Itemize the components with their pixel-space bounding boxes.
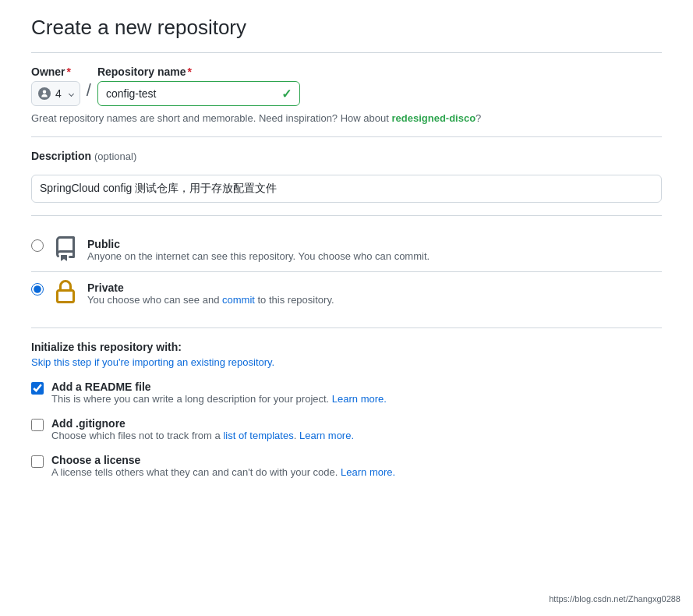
repo-name-label: Repository name* bbox=[97, 65, 300, 78]
title-divider bbox=[31, 52, 662, 53]
lock-icon bbox=[53, 280, 78, 305]
readme-label: Add a README file bbox=[51, 381, 387, 393]
owner-select[interactable]: 4 bbox=[31, 81, 80, 106]
visibility-private-option: Private You choose who can see and commi… bbox=[31, 271, 662, 315]
chevron-down-icon bbox=[69, 90, 74, 96]
license-label: Choose a license bbox=[51, 454, 395, 466]
readme-learn-more-link[interactable]: Learn more. bbox=[332, 393, 387, 405]
gitignore-templates-link[interactable]: list of templates bbox=[223, 430, 293, 441]
owner-field-group: Owner* 4 bbox=[31, 65, 80, 106]
skip-text: Skip this step if you're importing an ex… bbox=[31, 356, 662, 368]
license-info: Choose a license A license tells others … bbox=[51, 454, 395, 478]
repo-name-input[interactable] bbox=[106, 87, 277, 100]
visibility-section: Public Anyone on the internet can see th… bbox=[31, 228, 662, 315]
gitignore-description: Choose which files not to track from a l… bbox=[51, 430, 354, 441]
section-divider-3 bbox=[31, 327, 662, 328]
skip-link[interactable]: Skip this step if you're importing an ex… bbox=[31, 356, 274, 368]
description-label: Description(optional) bbox=[31, 150, 136, 162]
license-checkbox[interactable] bbox=[31, 455, 44, 468]
license-learn-more-link[interactable]: Learn more. bbox=[341, 466, 395, 478]
initialize-section: Initialize this repository with: Skip th… bbox=[31, 341, 662, 478]
license-description: A license tells others what they can and… bbox=[51, 466, 395, 478]
public-radio[interactable] bbox=[31, 239, 44, 252]
repo-name-input-wrap: ✓ bbox=[97, 81, 300, 106]
owner-repo-row: Owner* 4 / Repository name* ✓ bbox=[31, 65, 662, 106]
public-visibility-info: Public Anyone on the internet can see th… bbox=[87, 238, 430, 262]
description-section: Description(optional) bbox=[31, 150, 662, 203]
readme-description: This is where you can write a long descr… bbox=[51, 393, 387, 405]
section-divider-1 bbox=[31, 136, 662, 137]
initialize-title: Initialize this repository with: bbox=[31, 341, 662, 353]
private-label: Private bbox=[87, 281, 334, 294]
gitignore-learn-more-link[interactable]: Learn more. bbox=[299, 430, 354, 441]
owner-name: 4 bbox=[55, 87, 62, 100]
gitignore-label: Add .gitignore bbox=[51, 417, 354, 430]
owner-avatar bbox=[38, 87, 51, 100]
separator: / bbox=[87, 78, 91, 106]
suggestion-link[interactable]: redesigned-disco bbox=[391, 112, 476, 124]
book-icon bbox=[53, 236, 78, 261]
public-label: Public bbox=[87, 238, 430, 250]
check-icon: ✓ bbox=[281, 87, 292, 101]
section-divider-2 bbox=[31, 215, 662, 216]
page-title: Create a new repository bbox=[31, 16, 662, 40]
visibility-public-option: Public Anyone on the internet can see th… bbox=[31, 228, 662, 271]
gitignore-checkbox[interactable] bbox=[31, 419, 44, 431]
readme-info: Add a README file This is where you can … bbox=[51, 381, 387, 405]
gitignore-option: Add .gitignore Choose which files not to… bbox=[31, 417, 662, 441]
suggestion-text: Great repository names are short and mem… bbox=[31, 112, 662, 124]
private-description: You choose who can see and commit to thi… bbox=[87, 294, 334, 306]
repo-name-field-group: Repository name* ✓ bbox=[97, 65, 300, 106]
owner-label: Owner* bbox=[31, 65, 80, 78]
owner-required: * bbox=[67, 65, 71, 78]
public-description: Anyone on the internet can see this repo… bbox=[87, 250, 430, 262]
private-radio[interactable] bbox=[31, 283, 44, 296]
repo-name-required: * bbox=[188, 65, 192, 78]
private-visibility-info: Private You choose who can see and commi… bbox=[87, 281, 334, 306]
license-option: Choose a license A license tells others … bbox=[31, 454, 662, 478]
commit-link[interactable]: commit bbox=[222, 294, 255, 306]
readme-checkbox[interactable] bbox=[31, 382, 44, 395]
gitignore-info: Add .gitignore Choose which files not to… bbox=[51, 417, 354, 441]
readme-option: Add a README file This is where you can … bbox=[31, 381, 662, 405]
description-input[interactable] bbox=[31, 175, 662, 203]
